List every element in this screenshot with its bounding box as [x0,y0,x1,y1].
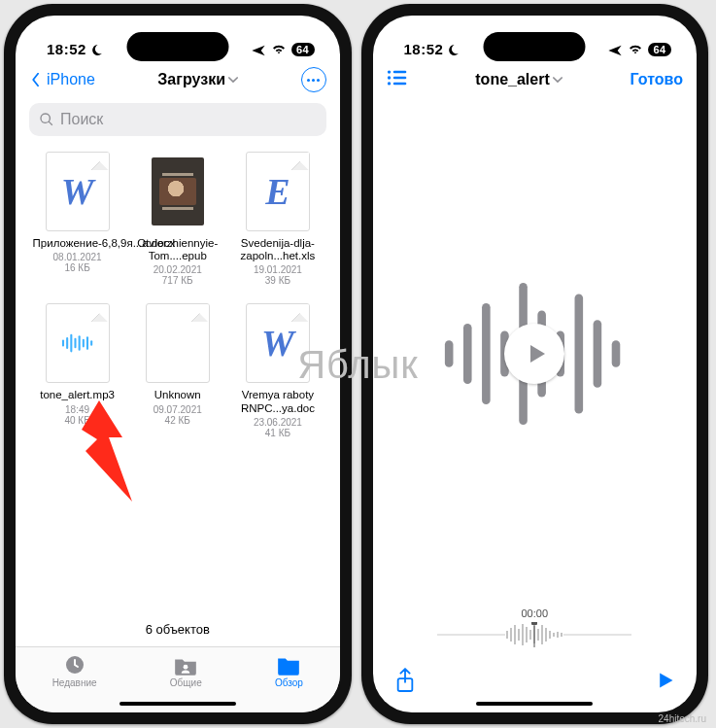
svg-point-13 [387,82,390,85]
file-item[interactable]: E Svedenija-dlja-zapoln...het.xls 19.01.… [229,152,325,286]
tab-recents[interactable]: Недавние [52,653,97,688]
nav-bar: iPhone Загрузки [16,60,340,99]
file-name: Vremya raboty RNPC...ya.doc [233,389,323,414]
tab-label: Общие [170,677,202,688]
share-button[interactable] [394,668,416,697]
file-size: 717 КБ [162,275,193,286]
svg-point-9 [184,665,188,670]
airplane-mode-icon [251,43,266,56]
file-item[interactable]: W Приложение-6,8,9я...a.docx 08.01.2021 … [29,152,125,286]
home-indicator[interactable] [476,702,593,706]
battery-level: 64 [291,43,315,56]
home-indicator[interactable] [119,702,236,706]
file-name: Unknown [154,389,201,401]
file-thumb-unknown [146,303,210,383]
wifi-icon [628,41,643,57]
search-input[interactable]: Поиск [29,103,326,136]
file-name: Svedenija-dlja-zapoln...het.xls [233,237,323,262]
battery-level: 64 [648,43,671,56]
airplane-mode-icon [607,43,623,56]
folder-title: Загрузки [157,71,225,88]
back-label: iPhone [47,71,95,88]
folder-person-icon [173,653,198,676]
do-not-disturb-icon [90,43,103,55]
tab-shared[interactable]: Общие [170,653,202,688]
file-name: Приложение-6,8,9я...a.docx [33,237,122,250]
file-date: 09.07.2021 [153,404,202,415]
status-time: 18:52 [404,41,444,57]
phone-left: 18:52 64 [4,4,352,724]
file-thumb-epub [146,152,210,231]
file-size: 40 КБ [64,415,89,426]
ellipsis-icon [307,79,320,82]
file-size: 16 КБ [64,262,89,273]
file-title-button[interactable]: tone_alert [475,71,562,88]
tab-label: Обзор [275,677,303,688]
svg-rect-16 [392,83,406,86]
file-size: 39 КБ [265,275,290,286]
time-label: 00:00 [402,607,668,619]
file-size: 41 КБ [265,428,290,438]
search-icon [39,112,54,127]
share-icon [394,668,416,693]
credit-text: 24hitech.ru [659,713,706,724]
svg-rect-14 [392,71,406,74]
play-button-small[interactable] [656,670,675,695]
waveform-large-icon [432,266,636,441]
list-icon [387,69,408,87]
dynamic-island [126,32,228,61]
file-thumb-doc: W [246,303,310,383]
file-date: 08.01.2021 [53,252,102,262]
file-item-tone-alert[interactable]: tone_alert.mp3 18:49 40 КБ [29,303,125,437]
play-icon [525,342,548,365]
file-date: 19.01.2021 [254,264,302,275]
file-item[interactable]: Unknown 09.07.2021 42 КБ [129,303,225,437]
file-item[interactable]: Otvierzhiennyie-Tom....epub 20.02.2021 7… [129,152,225,286]
play-button[interactable] [504,324,564,384]
svg-point-11 [387,70,390,73]
do-not-disturb-icon [447,43,460,55]
svg-point-12 [387,76,390,79]
audio-player [373,99,698,607]
list-view-button[interactable] [387,69,408,90]
file-name: tone_alert.mp3 [40,389,115,401]
phone-right: 18:52 64 [361,4,709,724]
svg-rect-15 [392,77,406,80]
done-button[interactable]: Готово [631,71,683,88]
more-options-button[interactable] [301,67,326,92]
back-button[interactable]: iPhone [29,71,95,88]
file-item[interactable]: W Vremya raboty RNPC...ya.doc 23.06.2021… [229,303,325,437]
tab-label: Недавние [52,677,97,688]
clock-icon [62,653,87,676]
svg-rect-45 [531,622,537,625]
item-count: 6 объектов [16,614,340,646]
file-date: 18:49 [65,404,89,415]
file-date: 23.06.2021 [254,417,302,428]
folder-icon [276,653,301,676]
timeline[interactable]: 00:00 [373,607,698,658]
file-thumb-xls: E [246,152,310,231]
waveform-icon [58,329,97,358]
nav-bar: tone_alert Готово [373,60,698,99]
status-time: 18:52 [47,41,86,57]
chevron-down-icon [553,77,563,84]
waveform-small-icon [402,621,668,648]
folder-title-button[interactable]: Загрузки [157,71,238,88]
file-thumb-docx: W [46,152,110,231]
file-title: tone_alert [475,71,549,88]
file-thumb-mp3 [46,303,110,383]
file-date: 20.02.2021 [153,264,202,275]
dynamic-island [484,32,586,61]
file-grid: W Приложение-6,8,9я...a.docx 08.01.2021 … [16,146,340,614]
file-size: 42 КБ [165,415,190,426]
chevron-down-icon [228,77,238,84]
wifi-icon [271,41,287,57]
search-placeholder: Поиск [60,111,103,128]
file-name: Otvierzhiennyie-Tom....epub [133,237,222,262]
play-icon [656,670,675,691]
tab-browse[interactable]: Обзор [275,653,303,688]
